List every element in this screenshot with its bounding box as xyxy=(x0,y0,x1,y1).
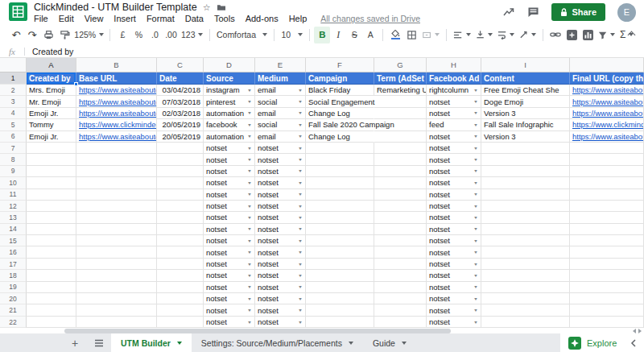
cell-D13[interactable]: notset▼ xyxy=(204,212,255,223)
cell-B2[interactable]: https://www.asiteabouter xyxy=(76,85,157,96)
dropdown-arrow-icon[interactable]: ▼ xyxy=(296,157,303,161)
cell-B13[interactable] xyxy=(76,212,157,223)
cell-G18[interactable] xyxy=(374,270,427,281)
cell-J20[interactable] xyxy=(570,293,644,304)
cell-G7[interactable] xyxy=(374,143,427,154)
cell-J4[interactable]: https://www.asiteabou xyxy=(570,108,644,119)
sheets-logo-icon[interactable] xyxy=(9,2,27,21)
cell-H14[interactable]: notset▼ xyxy=(427,224,481,235)
dropdown-arrow-icon[interactable]: ▼ xyxy=(472,227,478,231)
cell-A17[interactable] xyxy=(27,259,76,270)
cell-F17[interactable] xyxy=(306,259,374,270)
cell-E15[interactable]: notset▼ xyxy=(255,235,306,246)
cell-B21[interactable] xyxy=(76,304,157,316)
cell-C21[interactable] xyxy=(157,304,204,316)
cell-A9[interactable] xyxy=(27,166,76,177)
dropdown-arrow-icon[interactable]: ▼ xyxy=(472,296,478,300)
cell-G2[interactable]: Remarketing US xyxy=(374,85,427,96)
dropdown-arrow-icon[interactable]: ▼ xyxy=(246,309,252,313)
cell-B10[interactable] xyxy=(76,177,157,188)
add-sheet-button[interactable]: + xyxy=(63,333,87,352)
dropdown-arrow-icon[interactable]: ▼ xyxy=(472,100,478,104)
cell-G16[interactable] xyxy=(374,246,427,258)
dropdown-arrow-icon[interactable]: ▼ xyxy=(246,146,252,150)
cell-B15[interactable] xyxy=(76,235,157,246)
cell-E19[interactable]: notset▼ xyxy=(255,282,306,293)
cell-B12[interactable] xyxy=(76,201,157,212)
cell-B22[interactable] xyxy=(76,317,157,328)
cell-F5[interactable]: Fall Sale 2020 Campaign xyxy=(306,119,374,130)
dropdown-arrow-icon[interactable]: ▼ xyxy=(246,135,252,139)
cell-J8[interactable] xyxy=(570,154,644,165)
dropdown-arrow-icon[interactable]: ▼ xyxy=(472,285,478,289)
increase-decimal-button[interactable]: .00 xyxy=(163,27,179,43)
share-button[interactable]: Share xyxy=(551,3,605,21)
sheet-tab-settings-source-medium-placements[interactable]: Settings: Source/Medium/Placements xyxy=(192,333,363,352)
dropdown-arrow-icon[interactable]: ▼ xyxy=(246,215,252,219)
cell-C22[interactable] xyxy=(157,317,204,328)
cell-D5[interactable]: facebook▼ xyxy=(204,119,255,130)
cell-C11[interactable] xyxy=(157,189,204,201)
dropdown-arrow-icon[interactable]: ▼ xyxy=(246,157,252,161)
cell-I9[interactable] xyxy=(481,166,570,177)
cell-F16[interactable] xyxy=(306,246,374,258)
borders-button[interactable] xyxy=(403,27,419,43)
cell-A16[interactable] xyxy=(27,246,76,258)
dropdown-arrow-icon[interactable]: ▼ xyxy=(296,320,303,324)
cell-B20[interactable] xyxy=(76,293,157,304)
cell-B9[interactable] xyxy=(76,166,157,177)
zoom-select[interactable]: 125% xyxy=(72,27,105,43)
cell-H3[interactable]: notset▼ xyxy=(427,96,481,107)
dropdown-arrow-icon[interactable]: ▼ xyxy=(296,122,303,126)
column-header-A[interactable]: A xyxy=(27,58,76,72)
cell-E11[interactable]: notset▼ xyxy=(255,189,306,201)
cell-C5[interactable]: 20/05/2019 xyxy=(157,119,204,130)
cell-C3[interactable]: 07/03/2018 xyxy=(157,96,204,107)
sheet-tab-menu-icon[interactable] xyxy=(177,342,182,345)
cell-C19[interactable] xyxy=(157,282,204,293)
sheet-tab-guide[interactable]: Guide xyxy=(363,333,416,352)
cell-C20[interactable] xyxy=(157,293,204,304)
cell-D2[interactable]: instagram▼ xyxy=(204,85,255,96)
row-number-1[interactable]: 1 xyxy=(0,72,27,85)
dropdown-arrow-icon[interactable]: ▼ xyxy=(472,111,478,115)
cell-D21[interactable]: notset▼ xyxy=(204,304,255,316)
cell-I13[interactable] xyxy=(481,212,570,223)
cell-A5[interactable]: Tommy xyxy=(27,119,76,130)
menu-item-format[interactable]: Format xyxy=(147,14,175,23)
cell-G22[interactable] xyxy=(374,317,427,328)
cell-I6[interactable]: Version 3 xyxy=(481,131,570,143)
dropdown-arrow-icon[interactable]: ▼ xyxy=(246,204,252,208)
dropdown-arrow-icon[interactable]: ▼ xyxy=(472,169,478,173)
cell-H7[interactable]: notset▼ xyxy=(427,143,481,154)
cell-H13[interactable]: notset▼ xyxy=(427,212,481,223)
cell-A13[interactable] xyxy=(27,212,76,223)
cell-C6[interactable]: 20/05/2019 xyxy=(157,131,204,143)
cell-C13[interactable] xyxy=(157,212,204,223)
cell-G17[interactable] xyxy=(374,259,427,270)
cell-C10[interactable] xyxy=(157,177,204,188)
cell-C15[interactable] xyxy=(157,235,204,246)
dropdown-arrow-icon[interactable]: ▼ xyxy=(472,193,478,197)
dropdown-arrow-icon[interactable]: ▼ xyxy=(296,146,303,150)
cell-C9[interactable] xyxy=(157,166,204,177)
cell-E10[interactable]: notset▼ xyxy=(255,177,306,188)
cell-E20[interactable]: notset▼ xyxy=(255,293,306,304)
menu-item-insert[interactable]: Insert xyxy=(114,14,136,23)
cell-A4[interactable]: Emoji Jr. xyxy=(27,108,76,119)
dropdown-arrow-icon[interactable]: ▼ xyxy=(296,296,303,300)
cell-E18[interactable]: notset▼ xyxy=(255,270,306,281)
cell-I20[interactable] xyxy=(481,293,570,304)
dropdown-arrow-icon[interactable]: ▼ xyxy=(472,146,478,150)
cell-E22[interactable]: notset▼ xyxy=(255,317,306,328)
cell-H4[interactable]: notset▼ xyxy=(427,108,481,119)
cell-D4[interactable]: automation▼ xyxy=(204,108,255,119)
cell-E21[interactable]: notset▼ xyxy=(255,304,306,316)
cell-D8[interactable]: notset▼ xyxy=(204,154,255,165)
column-header-E[interactable]: E xyxy=(255,58,306,72)
cell-G13[interactable] xyxy=(374,212,427,223)
cell-I3[interactable]: Doge Emoji xyxy=(481,96,570,107)
cell-G8[interactable] xyxy=(374,154,427,165)
cell-I15[interactable] xyxy=(481,235,570,246)
dropdown-arrow-icon[interactable]: ▼ xyxy=(296,180,303,184)
